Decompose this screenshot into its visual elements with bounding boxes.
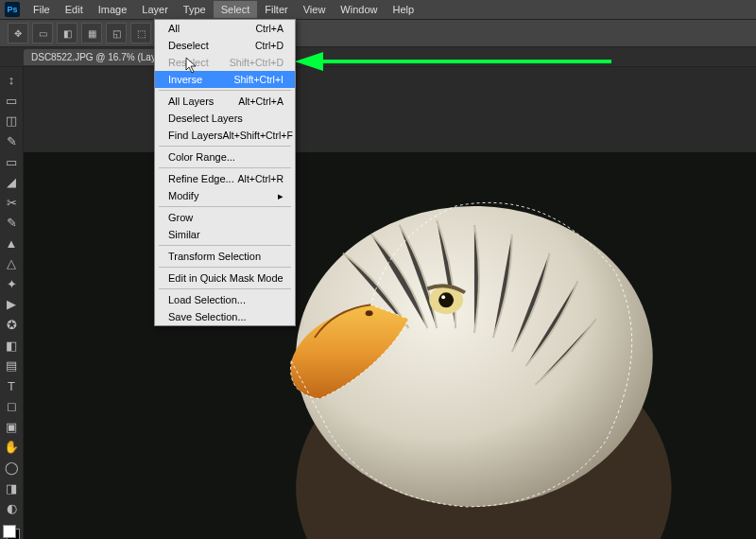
menu-item-deselect-layers[interactable]: Deselect Layers <box>155 110 295 127</box>
svg-point-5 <box>438 292 454 307</box>
tool-button[interactable]: ✦ <box>2 275 21 294</box>
menu-item-inverse[interactable]: InverseShift+Ctrl+I <box>155 71 295 88</box>
menu-separator <box>159 146 291 147</box>
menu-item-shortcut: Shift+Ctrl+I <box>233 74 284 85</box>
menu-item-shortcut: Alt+Ctrl+R <box>238 173 284 184</box>
menu-separator <box>159 288 291 289</box>
tool-button[interactable]: ▭ <box>2 92 21 111</box>
tool-button[interactable]: ◯ <box>2 459 21 478</box>
menu-item-label: Modify <box>168 190 198 201</box>
menu-item-find-layers[interactable]: Find LayersAlt+Shift+Ctrl+F <box>155 127 295 144</box>
tool-button[interactable]: ▲ <box>2 235 21 253</box>
workspace: ↕▭◫✎▭◢✂✎▲△✦▶✪◧▤T◻▣✋◯◨◐ <box>0 67 756 539</box>
tool-button[interactable]: ✎ <box>2 214 21 233</box>
menu-item-label: All Layers <box>168 96 214 107</box>
tool-button[interactable]: ◐ <box>2 499 21 518</box>
menu-item-label: Save Selection... <box>168 311 247 322</box>
menu-item-edit-in-quick-mask-mode[interactable]: Edit in Quick Mask Mode <box>155 270 295 287</box>
menu-item-load-selection[interactable]: Load Selection... <box>155 291 295 308</box>
menu-separator <box>159 167 291 168</box>
menu-filter[interactable]: Filter <box>257 1 295 18</box>
menu-item-label: Deselect <box>168 40 209 51</box>
menu-item-shortcut: Shift+Ctrl+D <box>230 57 284 68</box>
tool-preset-dropdown[interactable]: ✥ <box>8 23 28 43</box>
menu-item-modify[interactable]: Modify▸ <box>155 187 295 204</box>
menu-item-shortcut: Alt+Ctrl+A <box>238 96 284 107</box>
menu-item-label: All <box>168 23 180 34</box>
tool-button[interactable]: ◢ <box>2 173 21 192</box>
opt-icon[interactable]: ▦ <box>81 23 102 43</box>
menu-item-similar[interactable]: Similar <box>155 226 295 243</box>
menu-item-deselect[interactable]: DeselectCtrl+D <box>155 37 295 54</box>
tool-button[interactable]: △ <box>2 254 21 273</box>
opt-icon[interactable]: ⬚ <box>130 23 151 43</box>
menu-item-label: Find Layers <box>168 130 222 141</box>
document-tab-bar: DSC8522.JPG @ 16.7% (Layer 1, RGB/ <box>0 47 756 67</box>
menu-layer[interactable]: Layer <box>134 1 176 18</box>
menu-item-transform-selection[interactable]: Transform Selection <box>155 248 295 265</box>
menu-item-all-layers[interactable]: All LayersAlt+Ctrl+A <box>155 93 295 110</box>
tool-button[interactable]: ▶ <box>2 295 21 314</box>
tool-button[interactable]: ✎ <box>2 132 21 151</box>
tool-button[interactable]: ✪ <box>2 316 21 335</box>
menu-item-label: Inverse <box>168 74 202 85</box>
menu-item-refine-edge[interactable]: Refine Edge...Alt+Ctrl+R <box>155 170 295 187</box>
canvas-area[interactable] <box>24 67 756 539</box>
menu-item-label: Transform Selection <box>168 251 261 262</box>
menu-item-shortcut: Alt+Shift+Ctrl+F <box>222 130 292 141</box>
app-logo: Ps <box>5 2 20 17</box>
menu-edit[interactable]: Edit <box>58 1 91 18</box>
menu-item-reselect: ReselectShift+Ctrl+D <box>155 54 295 71</box>
menu-help[interactable]: Help <box>385 1 421 18</box>
menu-item-label: Reselect <box>168 57 209 68</box>
menu-file[interactable]: File <box>26 1 58 18</box>
menu-item-shortcut: Ctrl+D <box>255 40 284 51</box>
menu-item-shortcut: ▸ <box>278 190 284 201</box>
tool-button[interactable]: ▣ <box>2 418 21 437</box>
opt-icon[interactable]: ◱ <box>106 23 127 43</box>
foreground-color-swatch[interactable] <box>3 525 16 538</box>
menu-item-label: Grow <box>168 212 193 223</box>
document-image <box>24 152 756 539</box>
tool-button[interactable]: T <box>2 376 21 395</box>
tool-button[interactable]: ◧ <box>2 336 21 355</box>
color-swatches[interactable] <box>3 525 20 539</box>
menu-item-shortcut: Ctrl+A <box>256 23 284 34</box>
menu-select[interactable]: Select <box>214 1 258 18</box>
tool-button[interactable]: ◨ <box>2 478 21 497</box>
menu-item-save-selection[interactable]: Save Selection... <box>155 308 295 325</box>
options-bar: ✥ ▭ ◧ ▦ ◱ ⬚ San <box>0 20 756 47</box>
opt-icon[interactable]: ◧ <box>57 23 77 43</box>
menu-item-label: Refine Edge... <box>168 173 234 184</box>
menu-item-color-range[interactable]: Color Range... <box>155 148 295 165</box>
menu-item-label: Similar <box>168 229 200 240</box>
tool-button[interactable]: ↕ <box>2 71 21 90</box>
svg-point-6 <box>441 295 445 299</box>
tool-button[interactable]: ✂ <box>2 193 21 212</box>
tool-button[interactable]: ✋ <box>2 438 21 457</box>
svg-point-7 <box>366 310 373 316</box>
menu-separator <box>159 90 291 91</box>
menubar: Ps FileEditImageLayerTypeSelectFilterVie… <box>0 0 756 20</box>
select-menu-dropdown: AllCtrl+ADeselectCtrl+DReselectShift+Ctr… <box>154 19 296 326</box>
menu-item-label: Edit in Quick Mask Mode <box>168 272 284 284</box>
menu-separator <box>159 206 291 207</box>
menu-separator <box>159 245 291 246</box>
menu-separator <box>159 267 291 268</box>
menu-window[interactable]: Window <box>333 1 385 18</box>
menu-type[interactable]: Type <box>176 1 214 18</box>
menu-item-label: Deselect Layers <box>168 113 243 124</box>
tool-button[interactable]: ▭ <box>2 152 21 171</box>
tool-button[interactable]: ▤ <box>2 356 21 375</box>
menu-item-all[interactable]: AllCtrl+A <box>155 20 295 37</box>
menu-image[interactable]: Image <box>91 1 135 18</box>
menu-item-label: Color Range... <box>168 151 235 163</box>
opt-icon[interactable]: ▭ <box>32 23 53 43</box>
menu-item-grow[interactable]: Grow <box>155 209 295 226</box>
menu-item-label: Load Selection... <box>168 294 246 305</box>
toolbox: ↕▭◫✎▭◢✂✎▲△✦▶✪◧▤T◻▣✋◯◨◐ <box>0 67 24 539</box>
tool-button[interactable]: ◻ <box>2 397 21 416</box>
menu-view[interactable]: View <box>296 1 334 18</box>
tool-button[interactable]: ◫ <box>2 112 21 130</box>
